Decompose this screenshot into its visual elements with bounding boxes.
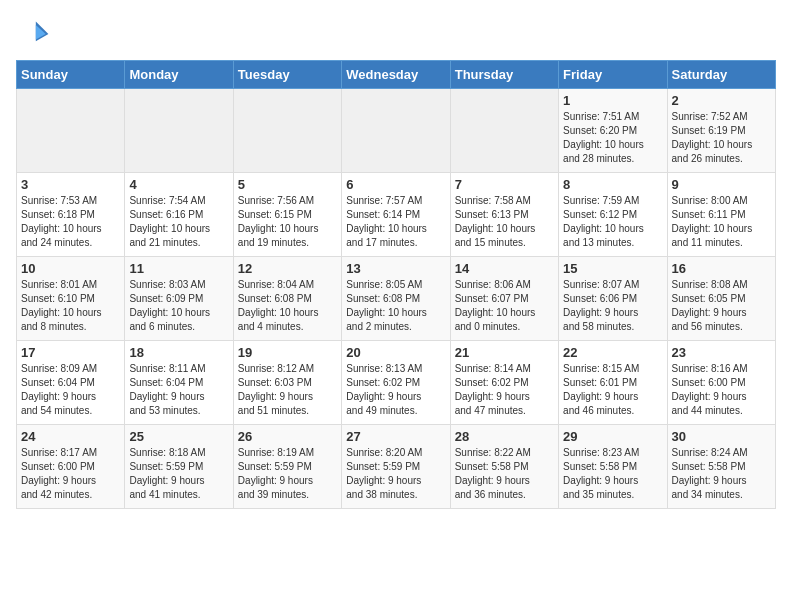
calendar-cell: 15Sunrise: 8:07 AM Sunset: 6:06 PM Dayli… — [559, 257, 667, 341]
calendar-cell: 10Sunrise: 8:01 AM Sunset: 6:10 PM Dayli… — [17, 257, 125, 341]
calendar-cell: 12Sunrise: 8:04 AM Sunset: 6:08 PM Dayli… — [233, 257, 341, 341]
day-info: Sunrise: 8:24 AM Sunset: 5:58 PM Dayligh… — [672, 446, 771, 502]
day-number: 25 — [129, 429, 228, 444]
calendar-cell: 19Sunrise: 8:12 AM Sunset: 6:03 PM Dayli… — [233, 341, 341, 425]
day-info: Sunrise: 8:00 AM Sunset: 6:11 PM Dayligh… — [672, 194, 771, 250]
calendar-table: SundayMondayTuesdayWednesdayThursdayFrid… — [16, 60, 776, 509]
calendar-cell: 18Sunrise: 8:11 AM Sunset: 6:04 PM Dayli… — [125, 341, 233, 425]
day-number: 26 — [238, 429, 337, 444]
logo — [16, 16, 56, 52]
weekday-header-friday: Friday — [559, 61, 667, 89]
calendar-cell: 3Sunrise: 7:53 AM Sunset: 6:18 PM Daylig… — [17, 173, 125, 257]
day-number: 16 — [672, 261, 771, 276]
day-number: 11 — [129, 261, 228, 276]
weekday-header-thursday: Thursday — [450, 61, 558, 89]
weekday-header-tuesday: Tuesday — [233, 61, 341, 89]
calendar-cell: 26Sunrise: 8:19 AM Sunset: 5:59 PM Dayli… — [233, 425, 341, 509]
day-info: Sunrise: 8:16 AM Sunset: 6:00 PM Dayligh… — [672, 362, 771, 418]
weekday-header-wednesday: Wednesday — [342, 61, 450, 89]
day-info: Sunrise: 8:23 AM Sunset: 5:58 PM Dayligh… — [563, 446, 662, 502]
calendar-cell: 21Sunrise: 8:14 AM Sunset: 6:02 PM Dayli… — [450, 341, 558, 425]
day-number: 3 — [21, 177, 120, 192]
day-number: 12 — [238, 261, 337, 276]
calendar-cell: 1Sunrise: 7:51 AM Sunset: 6:20 PM Daylig… — [559, 89, 667, 173]
day-number: 18 — [129, 345, 228, 360]
day-number: 15 — [563, 261, 662, 276]
day-number: 21 — [455, 345, 554, 360]
calendar-cell: 9Sunrise: 8:00 AM Sunset: 6:11 PM Daylig… — [667, 173, 775, 257]
calendar-cell: 5Sunrise: 7:56 AM Sunset: 6:15 PM Daylig… — [233, 173, 341, 257]
calendar-week-row: 1Sunrise: 7:51 AM Sunset: 6:20 PM Daylig… — [17, 89, 776, 173]
day-number: 24 — [21, 429, 120, 444]
day-info: Sunrise: 8:13 AM Sunset: 6:02 PM Dayligh… — [346, 362, 445, 418]
day-number: 14 — [455, 261, 554, 276]
day-number: 9 — [672, 177, 771, 192]
calendar-header-row: SundayMondayTuesdayWednesdayThursdayFrid… — [17, 61, 776, 89]
day-number: 19 — [238, 345, 337, 360]
day-info: Sunrise: 8:05 AM Sunset: 6:08 PM Dayligh… — [346, 278, 445, 334]
day-number: 2 — [672, 93, 771, 108]
day-number: 22 — [563, 345, 662, 360]
day-info: Sunrise: 8:01 AM Sunset: 6:10 PM Dayligh… — [21, 278, 120, 334]
day-info: Sunrise: 8:12 AM Sunset: 6:03 PM Dayligh… — [238, 362, 337, 418]
calendar-week-row: 3Sunrise: 7:53 AM Sunset: 6:18 PM Daylig… — [17, 173, 776, 257]
day-number: 10 — [21, 261, 120, 276]
day-number: 13 — [346, 261, 445, 276]
day-info: Sunrise: 7:57 AM Sunset: 6:14 PM Dayligh… — [346, 194, 445, 250]
day-info: Sunrise: 8:07 AM Sunset: 6:06 PM Dayligh… — [563, 278, 662, 334]
day-number: 17 — [21, 345, 120, 360]
weekday-header-saturday: Saturday — [667, 61, 775, 89]
calendar-cell: 28Sunrise: 8:22 AM Sunset: 5:58 PM Dayli… — [450, 425, 558, 509]
day-number: 5 — [238, 177, 337, 192]
day-info: Sunrise: 8:08 AM Sunset: 6:05 PM Dayligh… — [672, 278, 771, 334]
day-number: 4 — [129, 177, 228, 192]
day-info: Sunrise: 8:22 AM Sunset: 5:58 PM Dayligh… — [455, 446, 554, 502]
calendar-cell — [450, 89, 558, 173]
calendar-cell: 16Sunrise: 8:08 AM Sunset: 6:05 PM Dayli… — [667, 257, 775, 341]
day-number: 28 — [455, 429, 554, 444]
calendar-cell: 24Sunrise: 8:17 AM Sunset: 6:00 PM Dayli… — [17, 425, 125, 509]
day-info: Sunrise: 8:20 AM Sunset: 5:59 PM Dayligh… — [346, 446, 445, 502]
calendar-cell — [233, 89, 341, 173]
calendar-cell: 30Sunrise: 8:24 AM Sunset: 5:58 PM Dayli… — [667, 425, 775, 509]
day-info: Sunrise: 8:17 AM Sunset: 6:00 PM Dayligh… — [21, 446, 120, 502]
calendar-week-row: 24Sunrise: 8:17 AM Sunset: 6:00 PM Dayli… — [17, 425, 776, 509]
calendar-cell: 7Sunrise: 7:58 AM Sunset: 6:13 PM Daylig… — [450, 173, 558, 257]
page-header — [16, 16, 776, 52]
day-number: 30 — [672, 429, 771, 444]
day-number: 6 — [346, 177, 445, 192]
weekday-header-sunday: Sunday — [17, 61, 125, 89]
day-number: 27 — [346, 429, 445, 444]
day-info: Sunrise: 8:11 AM Sunset: 6:04 PM Dayligh… — [129, 362, 228, 418]
calendar-cell: 14Sunrise: 8:06 AM Sunset: 6:07 PM Dayli… — [450, 257, 558, 341]
weekday-header-monday: Monday — [125, 61, 233, 89]
day-info: Sunrise: 8:06 AM Sunset: 6:07 PM Dayligh… — [455, 278, 554, 334]
calendar-cell: 8Sunrise: 7:59 AM Sunset: 6:12 PM Daylig… — [559, 173, 667, 257]
calendar-cell: 25Sunrise: 8:18 AM Sunset: 5:59 PM Dayli… — [125, 425, 233, 509]
day-info: Sunrise: 8:19 AM Sunset: 5:59 PM Dayligh… — [238, 446, 337, 502]
logo-icon — [16, 16, 52, 52]
calendar-cell: 11Sunrise: 8:03 AM Sunset: 6:09 PM Dayli… — [125, 257, 233, 341]
calendar-cell: 13Sunrise: 8:05 AM Sunset: 6:08 PM Dayli… — [342, 257, 450, 341]
day-info: Sunrise: 8:15 AM Sunset: 6:01 PM Dayligh… — [563, 362, 662, 418]
calendar-cell: 27Sunrise: 8:20 AM Sunset: 5:59 PM Dayli… — [342, 425, 450, 509]
calendar-cell: 23Sunrise: 8:16 AM Sunset: 6:00 PM Dayli… — [667, 341, 775, 425]
day-info: Sunrise: 7:56 AM Sunset: 6:15 PM Dayligh… — [238, 194, 337, 250]
day-info: Sunrise: 7:54 AM Sunset: 6:16 PM Dayligh… — [129, 194, 228, 250]
calendar-cell — [17, 89, 125, 173]
day-info: Sunrise: 8:09 AM Sunset: 6:04 PM Dayligh… — [21, 362, 120, 418]
calendar-cell — [342, 89, 450, 173]
day-number: 1 — [563, 93, 662, 108]
day-number: 7 — [455, 177, 554, 192]
day-info: Sunrise: 7:59 AM Sunset: 6:12 PM Dayligh… — [563, 194, 662, 250]
day-number: 29 — [563, 429, 662, 444]
calendar-week-row: 10Sunrise: 8:01 AM Sunset: 6:10 PM Dayli… — [17, 257, 776, 341]
calendar-cell: 2Sunrise: 7:52 AM Sunset: 6:19 PM Daylig… — [667, 89, 775, 173]
day-info: Sunrise: 7:58 AM Sunset: 6:13 PM Dayligh… — [455, 194, 554, 250]
calendar-cell — [125, 89, 233, 173]
calendar-cell: 29Sunrise: 8:23 AM Sunset: 5:58 PM Dayli… — [559, 425, 667, 509]
calendar-cell: 4Sunrise: 7:54 AM Sunset: 6:16 PM Daylig… — [125, 173, 233, 257]
calendar-week-row: 17Sunrise: 8:09 AM Sunset: 6:04 PM Dayli… — [17, 341, 776, 425]
day-info: Sunrise: 8:03 AM Sunset: 6:09 PM Dayligh… — [129, 278, 228, 334]
day-info: Sunrise: 7:53 AM Sunset: 6:18 PM Dayligh… — [21, 194, 120, 250]
